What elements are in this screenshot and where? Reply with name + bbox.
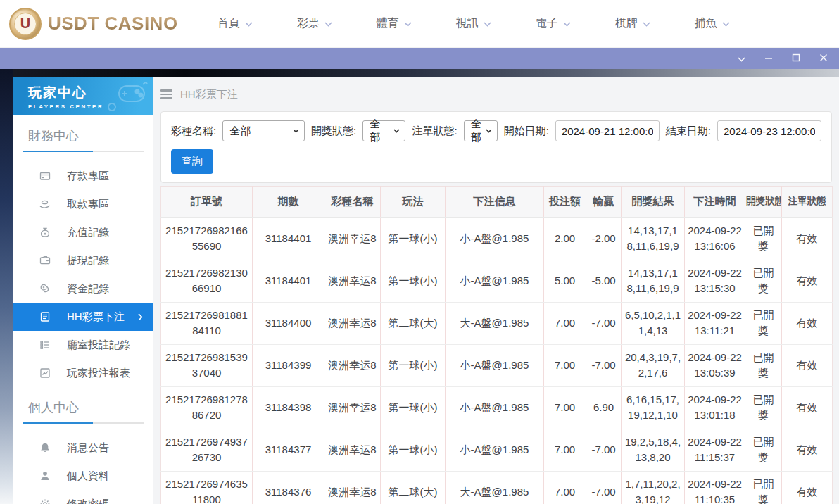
cell-bet-amount: 7.00 — [544, 429, 586, 471]
filter-label-draw-status: 開獎狀態: — [311, 125, 356, 138]
sidebar-item-withdrawal-records[interactable]: 提現記錄 — [13, 246, 153, 275]
chevron-down-icon — [486, 129, 492, 133]
cell-order-no: 2152172698188184110 — [161, 302, 253, 344]
nav-item-board-games[interactable]: 棋牌 — [615, 16, 650, 31]
cell-order-no: 2152172698153937040 — [161, 344, 253, 386]
background-strip-top — [0, 69, 839, 77]
cell-win-loss: -7.00 — [586, 471, 622, 504]
cell-win-loss: -7.00 — [586, 344, 622, 386]
chevron-right-icon — [138, 313, 143, 321]
moneybag-icon — [39, 227, 51, 238]
cell-order-no: 2152172697463511800 — [161, 471, 253, 504]
minimize-button[interactable] — [764, 52, 773, 65]
column-header-bet-amount[interactable]: 投注額 — [544, 187, 586, 218]
cell-lottery-name: 澳洲幸运8 — [324, 471, 381, 504]
report-icon — [39, 367, 51, 379]
column-header-bet-time[interactable]: 下注時間 — [685, 187, 745, 218]
column-header-play-type[interactable]: 玩法 — [381, 187, 446, 218]
chevron-down-icon — [404, 22, 412, 27]
chevron-down-icon — [324, 22, 332, 27]
maximize-button[interactable] — [792, 52, 800, 65]
nav-item-fishing[interactable]: 捕魚 — [695, 16, 730, 31]
card-icon — [39, 170, 51, 182]
column-header-draw-status[interactable]: 開獎狀態 — [745, 187, 782, 218]
nav-item-electronic[interactable]: 電子 — [536, 16, 571, 31]
sidebar-item-profile[interactable]: 個人資料 — [13, 462, 153, 490]
cell-win-loss: -7.00 — [586, 429, 622, 471]
cell-draw-result: 6,5,10,2,1,11,4,13 — [622, 302, 685, 344]
sidebar-item-deposit-zone[interactable]: 存款專區 — [13, 162, 153, 190]
close-button[interactable] — [819, 52, 828, 65]
column-header-bet-info[interactable]: 下注信息 — [446, 187, 544, 218]
nav-item-label: 視訊 — [456, 16, 479, 31]
filter-row: 彩種名稱:全部開獎狀態:全部注單狀態:全部開始日期:結束日期: — [171, 120, 821, 141]
end-date-input[interactable] — [717, 120, 821, 141]
cell-play-type: 第二球(大) — [381, 302, 446, 344]
sidebar-item-funds-records[interactable]: 資金記錄 — [13, 275, 153, 303]
column-header-win-loss[interactable]: 輸贏 — [586, 187, 622, 218]
table-row: 215217269749372673031184377澳洲幸运8第一球(小)小-… — [161, 429, 833, 471]
collapse-button[interactable] — [738, 52, 745, 65]
nav-item-video[interactable]: 視訊 — [456, 16, 491, 31]
cell-draw-status: 已開獎 — [745, 260, 782, 302]
menu-icon[interactable] — [160, 89, 172, 99]
cell-bet-amount: 7.00 — [544, 344, 586, 386]
start-date-input[interactable] — [555, 120, 660, 141]
logo[interactable]: U USDT CASINO — [0, 8, 178, 40]
cell-lottery-name: 澳洲幸运8 — [324, 429, 381, 471]
table-row: 215217269815393704031184399澳洲幸运8第一球(小)小-… — [161, 344, 833, 386]
section-underline — [23, 151, 144, 152]
cell-order-no: 2152172697493726730 — [161, 429, 253, 471]
nav-item-sports[interactable]: 體育 — [377, 16, 412, 31]
filter-label-end-date: 結束日期: — [666, 125, 711, 138]
nav-item-home[interactable]: 首頁 — [217, 16, 253, 31]
list-icon — [39, 339, 51, 351]
cell-bet-info: 小-A盤@1.985 — [446, 429, 544, 471]
cell-play-type: 第一球(小) — [381, 344, 446, 386]
nav-item-label: 電子 — [536, 16, 558, 31]
cell-bet-amount: 7.00 — [544, 471, 586, 504]
filter-label-start-date: 開始日期: — [504, 125, 549, 138]
column-header-draw-result[interactable]: 開獎結果 — [622, 187, 685, 218]
nav-item-lottery[interactable]: 彩票 — [297, 16, 332, 31]
sidebar-item-room-bet-records[interactable]: 廳室投註記錄 — [13, 331, 153, 359]
column-header-period[interactable]: 期數 — [253, 187, 324, 218]
search-button[interactable]: 查詢 — [171, 149, 213, 174]
sidebar-item-label: 資金記錄 — [67, 282, 109, 296]
draw-status-value: 全部 — [370, 118, 389, 144]
lottery-name-select[interactable]: 全部 — [222, 120, 305, 141]
sidebar-item-player-bet-report[interactable]: 玩家投注報表 — [13, 359, 153, 387]
cell-order-status: 有效 — [782, 302, 833, 344]
cell-play-type: 第二球(大) — [381, 471, 446, 504]
column-header-order-no[interactable]: 訂單號 — [161, 187, 253, 218]
cell-draw-status: 已開獎 — [745, 218, 782, 260]
breadcrumb-label: HH彩票下注 — [180, 88, 238, 101]
sidebar-item-label: 廳室投註記錄 — [67, 339, 130, 352]
section-underline — [23, 422, 144, 424]
cell-lottery-name: 澳洲幸运8 — [324, 302, 381, 344]
draw-status-select[interactable]: 全部 — [362, 120, 405, 141]
cell-win-loss: 6.90 — [586, 386, 622, 429]
sidebar-item-hh-lottery-bets[interactable]: HH彩票下注 — [13, 303, 153, 331]
column-header-order-status[interactable]: 注單狀態 — [782, 187, 833, 218]
cell-draw-status: 已開獎 — [745, 386, 782, 429]
cell-draw-result: 6,16,15,17,19,12,1,10 — [622, 386, 685, 429]
cell-lottery-name: 澳洲幸运8 — [324, 386, 381, 429]
sidebar-item-announcements[interactable]: 消息公告 — [13, 434, 153, 462]
cell-bet-time: 2024-09-22 13:01:18 — [685, 386, 745, 429]
column-header-lottery-name[interactable]: 彩種名稱 — [324, 187, 381, 218]
cell-win-loss: -5.00 — [586, 260, 622, 302]
sidebar-item-label: 個人資料 — [67, 470, 109, 483]
cell-period: 31184399 — [253, 344, 324, 386]
sidebar-item-withdraw-zone[interactable]: 取款專區 — [13, 190, 153, 218]
cell-bet-info: 小-A盤@1.985 — [446, 260, 544, 302]
sidebar-item-recharge-records[interactable]: 充值記錄 — [13, 218, 153, 246]
chevron-down-icon — [643, 22, 650, 27]
cell-order-status: 有效 — [782, 344, 833, 386]
cell-order-status: 有效 — [782, 386, 833, 429]
order-status-select[interactable]: 全部 — [464, 120, 498, 141]
cell-period: 31184376 — [253, 471, 324, 504]
background-strip-left — [0, 69, 13, 504]
table-header-row: 訂單號期數彩種名稱玩法下注信息投注額輸贏開獎結果下注時間開獎狀態注單狀態 — [161, 187, 833, 218]
sidebar-item-change-password[interactable]: 修改密碼 — [13, 490, 153, 504]
